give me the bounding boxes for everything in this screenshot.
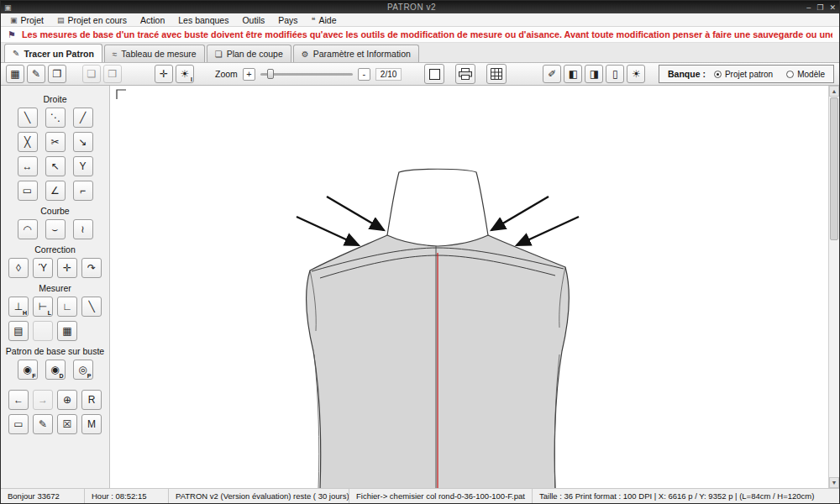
bust-front-tool-icon: ◧ (569, 69, 578, 79)
tab-label: Paramètre et Information (313, 49, 411, 59)
pan-tool[interactable]: ✛ (155, 65, 173, 83)
zoom-value: 2/10 (375, 68, 402, 81)
pattern-bank-tool[interactable]: ▦ (6, 65, 24, 83)
memorize-button[interactable]: M (81, 414, 102, 434)
base-front-tool[interactable]: ◉F (18, 360, 38, 380)
tab-parametre-et-information[interactable]: ⚙Paramètre et Information (293, 45, 419, 62)
projet-en-cours-menu-icon: ▤ (57, 16, 65, 24)
measure-angle-tool[interactable]: ∟ (57, 297, 77, 317)
modify-tool-icon: ✐ (548, 69, 556, 79)
corner-tool[interactable]: ⌐ (73, 181, 93, 201)
menu-outils[interactable]: Outils (236, 14, 270, 26)
curve-adjust-tool[interactable]: ↷ (81, 258, 102, 278)
zoom-slider[interactable] (260, 68, 353, 80)
curve-adjust-tool-icon: ↷ (87, 263, 96, 273)
select-rect-tool[interactable]: ▭ (8, 414, 29, 434)
angle-tool[interactable]: ∠ (45, 181, 66, 201)
curve-free-tool[interactable]: ≀ (73, 219, 93, 239)
group-select-tool[interactable]: ❐ (48, 65, 66, 83)
tab-plan-de-coupe[interactable]: ❏Plan de coupe (207, 45, 291, 62)
measure-diagonal-tool[interactable]: ╲ (81, 297, 102, 317)
recall-button-icon: R (88, 395, 96, 405)
sheet-tool[interactable]: ▯ (606, 65, 624, 83)
line-horizontal-tool[interactable]: ↔ (18, 156, 38, 176)
grid-button[interactable] (486, 64, 507, 84)
minimize-button[interactable]: – (806, 3, 811, 12)
measure-grid-tool[interactable]: ▦ (57, 321, 77, 341)
rectangle-tool[interactable]: ▭ (18, 181, 38, 201)
edit-tool[interactable]: ✎ (33, 414, 53, 434)
zoom-in-button[interactable]: + (243, 68, 255, 81)
base-sleeve-tool[interactable]: ◎P (73, 360, 93, 380)
vertical-scrollbar[interactable]: ▲ ▼ (828, 86, 839, 488)
tool-grid-5: ←→⊕R▭✎☒M (1, 390, 109, 434)
menu-pays-label: Pays (278, 15, 297, 25)
move-point-tool[interactable]: ✛ (57, 258, 77, 278)
print-icon (459, 68, 472, 80)
undo-tool[interactable]: ← (8, 390, 29, 410)
window-title: PATRON v2 (17, 3, 807, 12)
page-preview-button[interactable] (424, 64, 444, 84)
line-arrow-tool[interactable]: ↘ (73, 132, 93, 152)
base-front-tool-sub-label: F (32, 373, 35, 379)
group-select-tool-icon: ❐ (53, 69, 62, 79)
zoom-out-button[interactable]: - (358, 68, 370, 81)
line-rising-tool[interactable]: ╱ (73, 108, 93, 128)
scroll-track[interactable] (829, 241, 839, 477)
recall-button[interactable]: R (81, 390, 102, 410)
base-sleeve-tool-sub-label: P (87, 373, 92, 379)
tab-tracer-un-patron[interactable]: ✎Tracer un Patron (4, 44, 102, 62)
scroll-up-icon[interactable]: ▲ (829, 86, 839, 97)
tool-grid-3: ⊥H⊢L∟╲▤▦ (1, 297, 109, 341)
measure-height-tool[interactable]: ⊥H (8, 297, 29, 317)
line-branch-tool[interactable]: Y (73, 156, 93, 176)
banque-label: Banque : (668, 69, 706, 79)
tab-tableau-de-mesure[interactable]: ≈Tableau de mesure (104, 45, 205, 62)
measure-grid-tool-icon: ▦ (62, 326, 71, 336)
menu-pays[interactable]: Pays (272, 14, 303, 26)
split-correction-tool[interactable]: Ύ (33, 258, 53, 278)
line-extend-tool[interactable]: ↖ (45, 156, 66, 176)
paste-tool-icon: ❒ (108, 69, 118, 79)
close-button[interactable]: ✕ (829, 3, 836, 12)
toolbar: ▦✎❐ ❏❒ ✛ ☀I Zoom + - 2/10 (1, 63, 839, 86)
line-cross-tool[interactable]: ╳ (18, 132, 38, 152)
toolbar-clipboard-group: ❏❒ (82, 65, 122, 83)
menu-projet[interactable]: ▣Projet (4, 14, 50, 26)
ruler-tool[interactable]: ▤ (8, 321, 29, 341)
lamp-pointer-tool-sub-label: I (191, 76, 192, 82)
lamp-pointer-tool[interactable]: ☀I (176, 65, 194, 83)
scroll-thumb[interactable] (830, 97, 838, 240)
modify-tool[interactable]: ✐ (543, 65, 561, 83)
menu-action[interactable]: Action (134, 14, 171, 26)
delete-tool[interactable]: ☒ (57, 414, 77, 434)
dart-correction-tool[interactable]: ◊ (8, 258, 29, 278)
toolbar-lamp-group: ☀I (176, 65, 194, 83)
announce-tool[interactable]: ⊕ (57, 390, 77, 410)
draw-tool[interactable]: ✎ (27, 65, 45, 83)
scroll-down-icon[interactable]: ▼ (829, 477, 839, 488)
line-oblique-tool[interactable]: ╲ (18, 108, 38, 128)
title-bar: ▣ PATRON v2 – ❐ ✕ (1, 1, 839, 13)
banque-option-0[interactable]: Projet patron (714, 70, 773, 79)
banque-option-1[interactable]: Modèle (786, 70, 825, 79)
toolbar-move-group: ✛ (155, 65, 173, 83)
zoom-slider-thumb[interactable] (267, 69, 274, 79)
menu-les-banques[interactable]: Les banques (172, 14, 234, 26)
lamp-tool[interactable]: ☀ (627, 65, 645, 83)
line-points-tool[interactable]: ⋱ (45, 108, 66, 128)
menu-projet-en-cours[interactable]: ▤Projet en cours (51, 14, 133, 26)
bust-front-tool[interactable]: ◧ (564, 65, 582, 83)
drawing-canvas[interactable]: ▲ ▼ (110, 86, 839, 488)
curve-3-points-tool[interactable]: ⌣ (45, 219, 66, 239)
corner-tool-icon: ⌐ (80, 186, 86, 196)
print-button[interactable] (455, 64, 475, 84)
menu-aide[interactable]: ❝Aide (306, 14, 343, 26)
curve-2-points-tool[interactable]: ◠ (18, 219, 38, 239)
maximize-button[interactable]: ❐ (816, 3, 823, 12)
pan-tool-icon: ✛ (160, 69, 168, 79)
measure-length-tool[interactable]: ⊢L (33, 297, 53, 317)
bust-back-tool[interactable]: ◨ (585, 65, 603, 83)
base-back-tool[interactable]: ◉D (45, 360, 66, 380)
line-cut-tool[interactable]: ✂ (45, 132, 66, 152)
